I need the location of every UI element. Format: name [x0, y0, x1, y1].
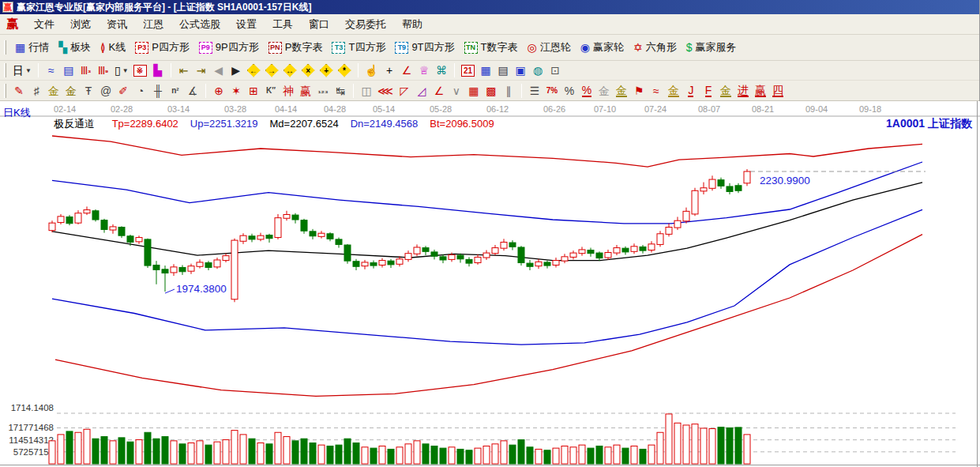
candle-flag-button[interactable]: ⚑ — [630, 82, 648, 99]
zigzag-button[interactable]: ∨ — [448, 82, 465, 99]
menu-help[interactable]: 帮助 — [394, 15, 430, 34]
square-grid-button[interactable]: ▦ — [465, 82, 482, 99]
shift-left-button[interactable]: ← — [245, 62, 263, 79]
percent-button[interactable]: % — [561, 82, 578, 99]
fan-box-button[interactable]: ◸ — [396, 82, 413, 99]
shift-right-button[interactable]: → — [263, 62, 281, 79]
retrace-percent-button[interactable]: 7% — [543, 82, 561, 99]
t-number-button[interactable]: TNT数字表 — [460, 38, 523, 57]
last-page-button[interactable]: ⇥ — [193, 62, 210, 79]
wave-band-button[interactable]: ≈ — [648, 82, 665, 99]
gold-trend-button[interactable]: 金 — [665, 82, 682, 99]
angle-measure-button[interactable]: ∠ — [398, 62, 415, 79]
p-number-button[interactable]: PNP数字表 — [264, 38, 328, 57]
menu-news[interactable]: 资讯 — [99, 15, 135, 34]
full-view-button[interactable]: * — [336, 62, 354, 79]
f-grid-button[interactable]: Ŧ — [80, 82, 97, 99]
knot-tool-button[interactable]: ⌘ — [433, 62, 450, 79]
price-steps-button[interactable]: ₁₂₃ — [314, 82, 332, 99]
p-square-button[interactable]: P3P四方形 — [130, 38, 194, 57]
candle-type-selector-button[interactable]: ▯▼ — [112, 62, 131, 79]
j-trend-button[interactable]: J — [682, 82, 700, 99]
save-button[interactable]: ▣ — [512, 62, 529, 79]
window-grid-button[interactable]: ◫ — [358, 82, 375, 99]
time-cycle-button[interactable]: ◔ — [132, 82, 149, 99]
square-grid2-button[interactable]: ▩ — [482, 82, 500, 99]
t9-square-button[interactable]: T99T四方形 — [390, 38, 459, 57]
ying-grid-button[interactable]: 赢 — [297, 82, 314, 99]
gann-circle-button[interactable]: ⊕ — [210, 82, 227, 99]
menu-formula-stock-pick[interactable]: 公式选股 — [171, 15, 228, 34]
gold-section2-button[interactable]: 金 — [62, 82, 80, 99]
t9-square-icon: T9 — [395, 42, 408, 54]
crosshair-button[interactable]: + — [381, 62, 398, 79]
menu-trade-order[interactable]: 交易委托 — [337, 15, 394, 34]
expand-view-button[interactable]: + — [317, 62, 336, 79]
period-day-selector-button[interactable]: 日▼ — [10, 62, 34, 79]
gold-angle-button[interactable]: 金 — [717, 82, 734, 99]
pencil-ruler-button[interactable]: ✐ — [115, 82, 132, 99]
compress-view-button[interactable]: × — [299, 62, 317, 79]
percent-line-button[interactable]: % — [578, 82, 595, 99]
ying-trend-button[interactable]: 赢 — [752, 82, 769, 99]
pattern-grid-button[interactable]: ※ — [131, 62, 149, 79]
f-trend-button[interactable]: F — [700, 82, 717, 99]
pencil-red-button[interactable]: ✎ — [10, 82, 28, 99]
volume-histogram-button[interactable]: ▙ — [149, 62, 167, 79]
nine-bars-button[interactable]: |||₉ — [95, 62, 112, 79]
sketch-lines-button[interactable]: ≈ — [43, 62, 60, 79]
jin-trend-button[interactable]: 进 — [734, 82, 752, 99]
service-button[interactable]: $赢家服务 — [681, 38, 742, 57]
quotes-button[interactable]: ▦行情 — [10, 38, 54, 57]
gold-level-button[interactable]: 金 — [613, 82, 630, 99]
span-measure-button[interactable]: ↹ — [332, 82, 349, 99]
crown-tool-button[interactable]: ♕ — [415, 62, 433, 79]
fan-lines-button[interactable]: ⋘ — [375, 82, 396, 99]
kline-button[interactable]: ≬K线 — [96, 38, 130, 57]
calendar-button[interactable]: 21 — [459, 62, 477, 79]
menu-window[interactable]: 窗口 — [301, 15, 337, 34]
n-squared-button[interactable]: n² — [167, 82, 184, 99]
parallel-lines-button[interactable]: ∥ — [500, 82, 517, 99]
menu-tools[interactable]: 工具 — [265, 15, 301, 34]
t-square-button[interactable]: T3T四方形 — [327, 38, 390, 57]
gann-box-button[interactable]: ⊞ — [245, 82, 262, 99]
candle-body — [483, 253, 490, 258]
candle-body — [101, 220, 107, 230]
menu-file[interactable]: 文件 — [26, 15, 62, 34]
tick-grid-button[interactable]: ♯ — [28, 82, 45, 99]
kline-chart-area[interactable]: 02-1402-2803-1403-2804-1404-2805-1405-28… — [0, 101, 980, 467]
three-bars-button[interactable]: |||₃ — [77, 62, 95, 79]
trend-angles-button[interactable]: ∠ — [430, 82, 448, 99]
tick-grid2-button[interactable]: ╫ — [149, 82, 167, 99]
winner-wheel-button[interactable]: ◉赢家轮 — [576, 38, 629, 57]
spiral-button[interactable]: @ — [97, 82, 115, 99]
gann-wheel-button[interactable]: ◎江恩轮 — [523, 38, 576, 57]
p9-square-button[interactable]: P99P四方形 — [194, 38, 264, 57]
k-marks-button[interactable]: K″ — [262, 82, 280, 99]
menu-gann[interactable]: 江恩 — [135, 15, 171, 34]
chart-canvas[interactable]: 02-1402-2803-1403-2804-1404-2805-1405-28… — [0, 101, 980, 467]
si-trend-button[interactable]: 四 — [769, 82, 787, 99]
sectors-button[interactable]: ▚板块 — [54, 38, 96, 57]
prev-bar-button[interactable]: ◀ — [210, 62, 227, 79]
hexagon-button[interactable]: ✡六角形 — [629, 38, 681, 57]
fan-box2-button[interactable]: ◿ — [413, 82, 430, 99]
menu-browse[interactable]: 浏览 — [62, 15, 99, 34]
remote-pc-button[interactable]: ⊡ — [546, 62, 564, 79]
first-page-button[interactable]: ⇤ — [175, 62, 193, 79]
report-button[interactable]: ▤ — [494, 62, 512, 79]
calculator-button[interactable]: ▦ — [477, 62, 494, 79]
pan-hand-button[interactable]: ☝ — [362, 62, 381, 79]
shen-grid-button[interactable]: 神 — [280, 82, 297, 99]
gold-section-button[interactable]: 金 — [45, 82, 62, 99]
gold-ring-button[interactable]: 金 — [595, 82, 613, 99]
angle-ruler-button[interactable]: ∡ — [184, 82, 201, 99]
next-bar-button[interactable]: ▶ — [227, 62, 245, 79]
notes-list-button[interactable]: ▤ — [60, 62, 77, 79]
stats-lines-button[interactable]: ☰ — [526, 82, 543, 99]
menu-settings[interactable]: 设置 — [228, 15, 265, 34]
gann-star-button[interactable]: ✶ — [227, 82, 245, 99]
web-link-button[interactable]: ◍ — [529, 62, 546, 79]
zoom-horizontal-button[interactable]: ↔ — [281, 62, 299, 79]
